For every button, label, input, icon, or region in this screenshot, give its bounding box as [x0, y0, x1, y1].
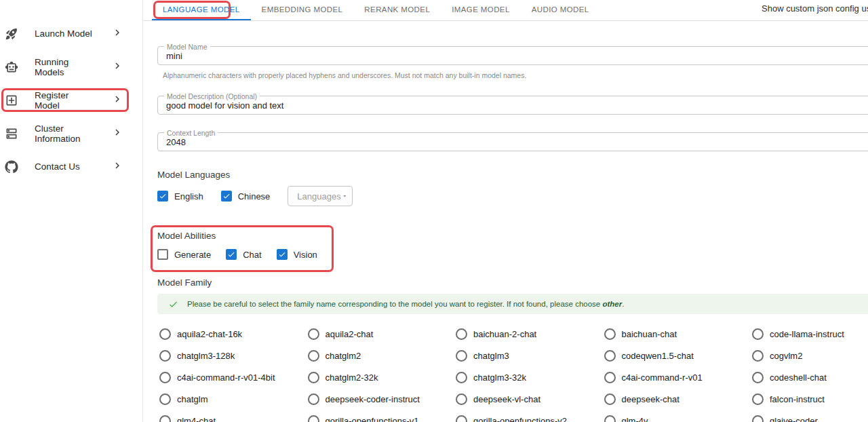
radio-icon[interactable]: [456, 372, 467, 383]
radio-icon[interactable]: [604, 415, 616, 422]
model-family-option[interactable]: gorilla-openfunctions-v1: [308, 410, 456, 422]
model-family-option[interactable]: codeqwen1.5-chat: [604, 345, 753, 366]
model-name-field: Model Name: [157, 46, 868, 65]
model-family-option[interactable]: baichuan-chat: [604, 323, 753, 345]
chevron-right-icon: [111, 60, 123, 75]
dropdown-arrow-icon: [341, 189, 349, 203]
checkbox-vision[interactable]: Vision: [277, 249, 317, 260]
sidebar-item-register-model[interactable]: Register Model: [0, 83, 142, 117]
radio-icon[interactable]: [752, 394, 764, 405]
radio-icon[interactable]: [456, 394, 467, 405]
model-family-alert-text: Please be careful to select the family n…: [187, 300, 624, 308]
model-family-option[interactable]: chatglm3: [456, 345, 604, 366]
tab-language-model[interactable]: LANGUAGE MODEL: [152, 0, 251, 20]
checkbox-icon[interactable]: [277, 249, 288, 260]
model-family-title: Model Family: [157, 277, 868, 288]
checkbox-chinese[interactable]: Chinese: [221, 191, 271, 202]
model-description-input[interactable]: [158, 96, 868, 114]
model-family-option[interactable]: aquila2-chat: [308, 323, 456, 345]
model-family-option[interactable]: falcon-instruct: [752, 388, 868, 410]
sidebar: Launch Model Running Models Register Mod…: [0, 0, 143, 422]
languages-select[interactable]: Languages: [288, 186, 353, 206]
add-box-icon: [5, 94, 18, 107]
checkbox-icon[interactable]: [157, 249, 168, 260]
model-family-option[interactable]: chatglm: [159, 388, 308, 410]
radio-icon[interactable]: [752, 350, 764, 362]
sidebar-item-label: Register Model: [35, 90, 95, 111]
model-description-field: Model Description (Optional): [157, 96, 868, 115]
checkbox-icon[interactable]: [221, 191, 232, 202]
sidebar-item-label: Cluster Information: [35, 123, 95, 144]
checkbox-generate[interactable]: Generate: [157, 249, 211, 260]
rocket-icon: [5, 27, 18, 41]
radio-icon[interactable]: [159, 350, 171, 362]
model-family-options: aquila2-chat-16k aquila2-chat baichuan-2…: [159, 323, 868, 422]
sidebar-item-cluster-information[interactable]: Cluster Information: [0, 117, 142, 150]
checkbox-chat[interactable]: Chat: [226, 249, 261, 260]
radio-icon[interactable]: [308, 394, 319, 405]
chevron-right-icon: [111, 126, 123, 141]
checkbox-english[interactable]: English: [157, 191, 203, 202]
model-family-option[interactable]: chatglm2: [308, 345, 456, 366]
radio-icon[interactable]: [308, 328, 319, 340]
radio-icon[interactable]: [604, 394, 616, 405]
radio-icon[interactable]: [456, 328, 467, 340]
chevron-right-icon: [111, 159, 123, 174]
cluster-icon: [5, 127, 18, 140]
context-length-input[interactable]: [158, 133, 868, 151]
sidebar-item-launch-model[interactable]: Launch Model: [0, 17, 142, 50]
radio-icon[interactable]: [308, 350, 319, 362]
model-family-option[interactable]: glm-4v: [604, 410, 753, 422]
tab-audio-model[interactable]: AUDIO MODEL: [521, 0, 600, 20]
radio-icon[interactable]: [604, 350, 616, 362]
radio-icon[interactable]: [456, 350, 467, 362]
model-languages-row: English Chinese Languages: [157, 186, 868, 206]
chevron-right-icon: [111, 93, 123, 108]
model-family-option[interactable]: glm4-chat: [159, 410, 308, 422]
radio-icon[interactable]: [752, 415, 764, 422]
radio-icon[interactable]: [159, 415, 171, 422]
model-description-label: Model Description (Optional): [164, 92, 260, 100]
radio-icon[interactable]: [604, 328, 616, 340]
model-languages-title: Model Languages: [157, 170, 868, 180]
model-family-option[interactable]: aquila2-chat-16k: [159, 323, 308, 345]
model-family-option[interactable]: chatglm2-32k: [308, 366, 456, 388]
model-family-option[interactable]: glaive-coder: [752, 410, 868, 422]
check-icon: [168, 299, 178, 309]
main-panel: LANGUAGE MODEL EMBEDDING MODEL RERANK MO…: [143, 0, 868, 422]
model-name-label: Model Name: [164, 43, 210, 51]
tab-embedding-model[interactable]: EMBEDDING MODEL: [251, 0, 354, 20]
checkbox-icon[interactable]: [157, 191, 168, 202]
model-family-option[interactable]: baichuan-2-chat: [456, 323, 604, 345]
radio-icon[interactable]: [752, 328, 764, 340]
radio-icon[interactable]: [308, 372, 319, 383]
model-name-input[interactable]: [158, 47, 868, 64]
checkbox-icon[interactable]: [226, 249, 237, 260]
model-family-option[interactable]: code-llama-instruct: [752, 323, 868, 345]
model-family-option[interactable]: deepseek-coder-instruct: [308, 388, 456, 410]
tab-image-model[interactable]: IMAGE MODEL: [441, 0, 521, 20]
radio-icon[interactable]: [159, 372, 171, 383]
model-family-option[interactable]: gorilla-openfunctions-v2: [456, 410, 604, 422]
radio-icon[interactable]: [308, 415, 319, 422]
radio-icon[interactable]: [604, 372, 616, 383]
model-family-option[interactable]: deepseek-vl-chat: [456, 388, 604, 410]
show-custom-json-config-link[interactable]: Show custom json config used b: [762, 3, 868, 14]
sidebar-item-contact-us[interactable]: Contact Us: [0, 150, 142, 183]
model-family-option[interactable]: c4ai-command-r-v01-4bit: [159, 366, 308, 388]
sidebar-item-label: Contact Us: [35, 161, 95, 172]
model-family-option[interactable]: c4ai-command-r-v01: [604, 366, 753, 388]
model-family-option[interactable]: codeshell-chat: [752, 366, 868, 388]
sidebar-item-running-models[interactable]: Running Models: [0, 50, 142, 83]
radio-icon[interactable]: [752, 372, 764, 383]
radio-icon[interactable]: [456, 415, 467, 422]
model-family-option[interactable]: chatglm3-128k: [159, 345, 308, 366]
model-family-option[interactable]: deepseek-chat: [604, 388, 753, 410]
tab-rerank-model[interactable]: RERANK MODEL: [353, 0, 441, 20]
sidebar-item-label: Running Models: [35, 57, 95, 77]
radio-icon[interactable]: [159, 328, 171, 340]
model-type-tabs: LANGUAGE MODEL EMBEDDING MODEL RERANK MO…: [143, 0, 868, 21]
radio-icon[interactable]: [159, 394, 171, 405]
model-family-option[interactable]: cogvlm2: [752, 345, 868, 366]
model-family-option[interactable]: chatglm3-32k: [456, 366, 604, 388]
